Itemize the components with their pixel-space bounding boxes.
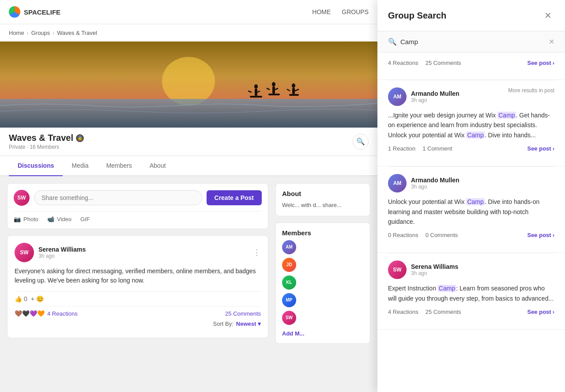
reaction-stats-row: 🤎🖤💜🧡 4 Reactions 25 Comments (15, 310, 261, 317)
share-input[interactable] (34, 190, 202, 205)
about-card: About Welc... with d... share... (275, 183, 370, 216)
result-3-text: Expert Instruction Camp: Learn from seas… (388, 283, 554, 303)
camera-icon: 📷 (14, 216, 21, 222)
create-post-box: SW Create a Post 📷 Photo 📹 Video (7, 183, 268, 229)
thumbs-up-icon: 👍 (15, 295, 22, 302)
chevron-right-icon-2: › (553, 145, 554, 152)
reaction-buttons: 👍 0 + 😊 (15, 295, 44, 302)
member-list: AM JD KL MP (282, 240, 364, 325)
close-panel-button[interactable]: ✕ (541, 9, 554, 22)
tab-members[interactable]: Members (98, 156, 141, 176)
group-meta: Private · 16 Members (9, 144, 84, 150)
post-author: SW Serena Williams 3h ago (15, 243, 86, 262)
search-bar: 🔍 ✕ (377, 31, 565, 53)
result-2-footer: 0 Reactions 0 Comments See post › (388, 232, 554, 238)
svg-point-13 (292, 83, 295, 88)
logo[interactable]: SPACELIFE (9, 6, 60, 18)
first-see-post-link[interactable]: See post › (527, 60, 554, 66)
highlight-camp-4: Camp (438, 285, 456, 292)
post-content: Everyone's asking for direct messaging, … (15, 267, 261, 285)
highlight-camp-2: Camp (466, 132, 484, 139)
logo-text: SPACELIFE (24, 8, 60, 16)
result-3-author-name: Serena Williams (411, 263, 458, 270)
result-2-time: 3h ago (411, 184, 460, 190)
search-icon: 🔍 (388, 38, 397, 46)
result-1-see-post[interactable]: See post › (527, 145, 554, 152)
result-2-post: AM Armando Mullen 3h ago Unlock your pot… (388, 174, 554, 245)
nav-groups[interactable]: GROUPS (342, 8, 369, 15)
result-2-text: Unlock your potential at Wix Camp. Dive … (388, 197, 554, 226)
private-icon: 🔒 (76, 134, 84, 142)
breadcrumb-current[interactable]: Waves & Travel (57, 30, 97, 36)
tab-media[interactable]: Media (63, 156, 97, 176)
video-button[interactable]: 📹 Video (47, 216, 72, 222)
panel-header: Group Search ✕ (377, 0, 565, 31)
svg-rect-14 (292, 88, 295, 94)
create-post-button[interactable]: Create a Post (207, 190, 262, 205)
result-2-comments: 0 Comments (426, 232, 458, 238)
chevron-down-icon: ▾ (258, 320, 261, 327)
add-members-button[interactable]: Add M... (282, 330, 305, 337)
logo-icon (9, 6, 20, 18)
result-1-author: AM Armando Mullen 3h ago (388, 87, 460, 106)
search-input[interactable] (400, 38, 545, 45)
result-3-header: SW Serena Williams 3h ago (388, 260, 554, 279)
reactions-count[interactable]: 4 Reactions (47, 310, 78, 317)
gif-icon: GIF (80, 216, 90, 222)
chevron-right-icon-3: › (553, 232, 554, 238)
result-1-comments: 1 Comment (422, 145, 452, 152)
tab-about[interactable]: About (141, 156, 175, 176)
first-stats-row: 4 Reactions 25 Comments See post › (388, 60, 554, 66)
search-clear-button[interactable]: ✕ (549, 38, 554, 46)
members-title: Members (282, 229, 364, 237)
result-2-block: AM Armando Mullen 3h ago Unlock your pot… (377, 167, 565, 253)
tab-discussions[interactable]: Discussions (9, 156, 63, 176)
about-title: About (282, 190, 364, 197)
results-scroll[interactable]: 4 Reactions 25 Comments See post › AM (377, 53, 565, 392)
breadcrumb-groups[interactable]: Groups (31, 30, 50, 36)
result-3-stats: 4 Reactions 25 Comments (388, 309, 461, 315)
member-avatar-5: SW (282, 311, 296, 325)
current-user-avatar: SW (14, 190, 30, 206)
breadcrumb-sep-2: › (53, 30, 54, 36)
post-author-avatar: SW (15, 243, 34, 262)
gif-button[interactable]: GIF (80, 216, 90, 222)
comments-count[interactable]: 25 Comments (225, 310, 261, 317)
breadcrumb-home[interactable]: Home (9, 30, 24, 36)
result-2-see-post[interactable]: See post › (527, 232, 554, 238)
tabs: Discussions Media Members About (0, 156, 377, 176)
member-row-3: KL (282, 275, 364, 290)
video-icon: 📹 (47, 216, 54, 222)
emoji-icon: 😊 (36, 295, 44, 302)
result-1-block: AM Armando Mullen 3h ago More results in… (377, 80, 565, 166)
member-avatar-3: KL (282, 275, 296, 290)
sort-dropdown[interactable]: Newest ▾ (236, 320, 261, 327)
result-3-reactions: 4 Reactions (388, 309, 418, 315)
post-more-button[interactable]: ⋮ (253, 248, 261, 257)
reaction-emoji-list: 🤎🖤💜🧡 (15, 310, 45, 317)
result-1-avatar: AM (388, 87, 407, 106)
svg-point-1 (162, 57, 215, 106)
emoji-react-button[interactable]: + 😊 (31, 295, 44, 302)
like-button[interactable]: 👍 0 (15, 295, 27, 302)
result-3-see-post[interactable]: See post › (527, 309, 554, 315)
result-1-time: 3h ago (411, 97, 460, 103)
member-avatar-1: AM (282, 240, 296, 254)
result-3-comments: 25 Comments (426, 309, 461, 315)
photo-button[interactable]: 📷 Photo (14, 216, 38, 222)
post-time: 3h ago (38, 253, 86, 259)
group-info-bar: Waves & Travel 🔒 Private · 16 Members 🔍 (0, 128, 377, 156)
first-reactions: 4 Reactions (388, 60, 418, 66)
result-3-block: SW Serena Williams 3h ago Expert Instruc… (377, 253, 565, 330)
result-1-header: AM Armando Mullen 3h ago More results in… (388, 87, 554, 106)
result-1-reactions: 1 Reaction (388, 145, 415, 152)
group-search-button[interactable]: 🔍 (353, 134, 369, 150)
more-results-tag: More results in post (508, 87, 554, 94)
post-card: SW Serena Williams 3h ago ⋮ Everyone's a… (7, 235, 268, 338)
member-avatar-4: MP (282, 293, 296, 307)
about-text: Welc... with d... share... (282, 201, 364, 210)
nav-home[interactable]: HOME (312, 8, 331, 15)
first-comments: 25 Comments (426, 60, 461, 66)
group-actions: 🔍 (353, 134, 369, 150)
post-area: SW Create a Post 📷 Photo 📹 Video (7, 183, 268, 350)
